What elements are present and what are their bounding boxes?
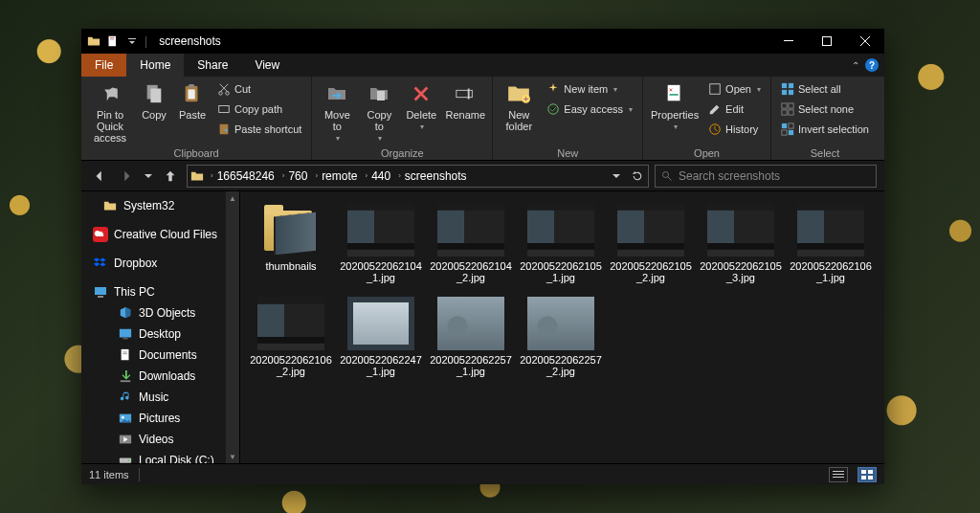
- search-icon: [661, 170, 673, 182]
- scroll-down-icon[interactable]: ▼: [226, 450, 239, 463]
- address-dropdown-button[interactable]: [606, 166, 627, 187]
- dropbox-icon: [93, 256, 108, 271]
- image-thumbnail: [527, 203, 594, 256]
- paste-shortcut-button[interactable]: Paste shortcut: [213, 121, 305, 138]
- invert-selection-button[interactable]: Invert selection: [777, 121, 873, 138]
- svg-rect-24: [782, 83, 787, 88]
- tree-item-music[interactable]: Music: [81, 387, 239, 408]
- details-view-button[interactable]: [829, 467, 848, 482]
- breadcrumb-segment[interactable]: ›440: [361, 169, 394, 183]
- new-folder-button[interactable]: New folder: [499, 78, 539, 132]
- open-button[interactable]: Open▾: [704, 80, 765, 98]
- recent-locations-button[interactable]: [143, 166, 154, 187]
- file-item[interactable]: 20200522062106_1.jpg: [788, 203, 874, 283]
- refresh-button[interactable]: [627, 166, 648, 187]
- ribbon-group-select: Select all Select none Invert selection …: [771, 77, 879, 160]
- file-item[interactable]: 20200522062105_3.jpg: [698, 203, 784, 283]
- edit-button[interactable]: Edit: [704, 100, 765, 118]
- tree-item-local-disk-c[interactable]: Local Disk (C:): [81, 450, 239, 463]
- close-button[interactable]: [846, 29, 884, 54]
- address-bar[interactable]: ›166548246 ›760 ›remote ›440 ›screenshot…: [187, 165, 649, 188]
- collapse-ribbon-icon[interactable]: ⌃: [852, 60, 859, 71]
- rename-button[interactable]: Rename: [444, 78, 486, 121]
- tab-view[interactable]: View: [241, 54, 293, 77]
- tree-item-documents[interactable]: Documents: [81, 345, 239, 366]
- tree-item-videos[interactable]: Videos: [81, 429, 239, 450]
- cut-button[interactable]: Cut: [213, 80, 305, 98]
- tree-item-desktop[interactable]: Desktop: [81, 323, 239, 345]
- new-item-button[interactable]: New item▾: [543, 80, 636, 98]
- folder-item[interactable]: thumbnails: [248, 203, 334, 283]
- svg-rect-39: [98, 296, 103, 298]
- history-icon: [708, 123, 722, 136]
- tree-item-creative-cloud[interactable]: Creative Cloud Files: [81, 224, 239, 245]
- delete-button[interactable]: Delete▾: [402, 78, 440, 131]
- navigation-tree[interactable]: ▲ ▼ System32 Creative Cloud Files Dropbo…: [81, 191, 240, 463]
- breadcrumb-segment[interactable]: ›remote: [311, 169, 361, 183]
- tab-share[interactable]: Share: [184, 54, 241, 77]
- image-thumbnail: [347, 203, 414, 256]
- titlebar[interactable]: | screenshots: [81, 29, 884, 54]
- file-item[interactable]: 20200522062257_2.jpg: [518, 297, 604, 377]
- file-item[interactable]: 20200522062105_1.jpg: [518, 203, 604, 283]
- breadcrumb-segment[interactable]: ›166548246: [207, 169, 278, 183]
- thumbnails-view-button[interactable]: [858, 467, 877, 482]
- file-item[interactable]: 20200522062106_2.jpg: [248, 297, 334, 377]
- file-item[interactable]: 20200522062104_2.jpg: [428, 203, 514, 283]
- back-button[interactable]: [89, 166, 110, 187]
- tree-item-downloads[interactable]: Downloads: [81, 366, 239, 387]
- svg-rect-35: [789, 130, 793, 135]
- scroll-up-icon[interactable]: ▲: [226, 191, 239, 205]
- qat-dropdown-icon[interactable]: [125, 34, 139, 48]
- tree-item-3d-objects[interactable]: 3D Objects: [81, 302, 239, 323]
- tree-item-dropbox[interactable]: Dropbox: [81, 253, 239, 274]
- copy-button[interactable]: Copy: [137, 78, 171, 121]
- svg-rect-13: [219, 106, 230, 113]
- image-thumbnail: [707, 203, 774, 256]
- file-item[interactable]: 20200522062104_1.jpg: [338, 203, 424, 283]
- paste-shortcut-icon: [217, 123, 231, 136]
- image-thumbnail: [437, 203, 504, 256]
- qat-item-icon[interactable]: [106, 34, 120, 48]
- copy-to-button[interactable]: Copy to▾: [360, 78, 398, 143]
- desktop-icon: [118, 326, 133, 342]
- file-item[interactable]: 20200522062247_1.jpg: [338, 297, 424, 377]
- svg-rect-59: [868, 476, 873, 480]
- item-label: 20200522062104_1.jpg: [338, 260, 424, 283]
- breadcrumb-segment[interactable]: ›screenshots: [394, 169, 470, 183]
- select-none-button[interactable]: Select none: [777, 100, 873, 118]
- forward-button[interactable]: [116, 166, 137, 187]
- copy-path-button[interactable]: Copy path: [213, 100, 305, 118]
- svg-rect-41: [122, 338, 127, 339]
- tab-home[interactable]: Home: [126, 54, 184, 77]
- select-all-button[interactable]: Select all: [777, 80, 873, 98]
- scrollbar[interactable]: [226, 191, 239, 463]
- up-button[interactable]: [160, 166, 181, 187]
- file-item[interactable]: 20200522062257_1.jpg: [428, 297, 514, 377]
- tree-item-system32[interactable]: System32: [81, 195, 239, 216]
- move-to-button[interactable]: Move to▾: [318, 78, 356, 143]
- pin-to-quick-access-button[interactable]: Pin to Quick access: [87, 78, 133, 144]
- tree-item-this-pc[interactable]: This PC: [81, 281, 239, 302]
- file-item[interactable]: 20200522062105_2.jpg: [608, 203, 694, 283]
- search-input[interactable]: Search screenshots: [655, 165, 877, 188]
- svg-rect-38: [95, 287, 106, 295]
- history-button[interactable]: History: [704, 121, 765, 138]
- breadcrumb-segment[interactable]: ›760: [278, 169, 312, 183]
- help-icon[interactable]: ?: [865, 58, 879, 72]
- paste-button[interactable]: Paste: [175, 78, 210, 121]
- folder-icon: [87, 34, 100, 48]
- maximize-button[interactable]: [808, 29, 846, 54]
- svg-rect-45: [121, 380, 131, 382]
- properties-button[interactable]: Properties▾: [649, 78, 701, 131]
- tree-item-pictures[interactable]: Pictures: [81, 408, 239, 429]
- ribbon-group-organize: Move to▾ Copy to▾ Delete▾ Rename Organiz…: [312, 77, 493, 160]
- svg-rect-26: [782, 90, 787, 95]
- svg-rect-33: [789, 123, 793, 128]
- item-label: 20200522062106_2.jpg: [248, 354, 334, 377]
- tab-file[interactable]: File: [81, 54, 126, 77]
- minimize-button[interactable]: [769, 29, 808, 54]
- content-pane[interactable]: thumbnails20200522062104_1.jpg2020052206…: [240, 191, 884, 463]
- svg-rect-9: [189, 84, 194, 88]
- easy-access-button[interactable]: Easy access▾: [543, 100, 636, 118]
